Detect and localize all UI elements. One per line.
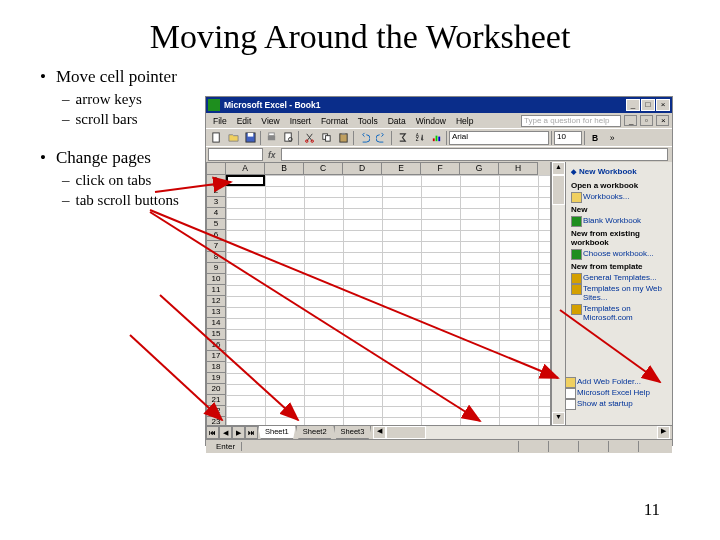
bold-button[interactable]: B [587,130,603,145]
scroll-right-button[interactable]: ▶ [657,426,670,439]
minimize-button[interactable]: _ [626,99,640,111]
menu-view[interactable]: View [257,116,283,126]
row-header[interactable]: 14 [206,318,226,329]
menu-insert[interactable]: Insert [286,116,315,126]
sort-asc-button[interactable]: AZ [411,130,427,145]
help-search-input[interactable]: Type a question for help [521,115,621,127]
general-templates-link[interactable]: General Templates... [569,272,669,283]
menu-format[interactable]: Format [317,116,352,126]
row-header[interactable]: 22 [206,406,226,417]
print-button[interactable] [263,130,279,145]
doc-restore-button[interactable]: ▫ [640,115,653,126]
maximize-button[interactable]: □ [641,99,655,111]
row-header[interactable]: 1 [206,175,226,186]
formula-input[interactable] [281,148,668,161]
save-button[interactable] [242,130,258,145]
worksheet-grid[interactable]: A B C D E F G H 1 2 3 4 5 6 7 8 [206,162,551,425]
add-web-folder-link[interactable]: Add Web Folder... [563,376,668,387]
row-header[interactable]: 21 [206,395,226,406]
row-header[interactable]: 2 [206,186,226,197]
menu-window[interactable]: Window [412,116,450,126]
menu-help[interactable]: Help [452,116,477,126]
standard-toolbar: AZ Arial 10 B » [206,128,672,146]
sheet-tab-3[interactable]: Sheet3 [334,426,372,439]
row-header[interactable]: 12 [206,296,226,307]
scroll-left-button[interactable]: ◀ [373,426,386,439]
blank-workbook-link[interactable]: Blank Workbook [569,215,669,226]
row-header[interactable]: 23 [206,417,226,425]
row-header[interactable]: 20 [206,384,226,395]
tab-next-button[interactable]: ▶ [232,426,245,439]
excel-help-link[interactable]: Microsoft Excel Help [563,387,668,398]
new-button[interactable] [208,130,224,145]
close-button[interactable]: × [656,99,670,111]
sheet-tab-2[interactable]: Sheet2 [296,426,334,439]
column-header[interactable]: E [382,162,421,175]
bullet-list: Move cell pointer arrow keys scroll bars… [40,66,205,228]
name-box[interactable] [208,148,263,161]
row-header[interactable]: 3 [206,197,226,208]
more-buttons[interactable]: » [604,130,620,145]
column-header[interactable]: A [226,162,265,175]
autosum-button[interactable] [394,130,410,145]
redo-button[interactable] [373,130,389,145]
row-header[interactable]: 6 [206,230,226,241]
paste-button[interactable] [335,130,351,145]
column-header[interactable]: D [343,162,382,175]
scroll-down-button[interactable]: ▼ [552,412,565,425]
column-header[interactable]: G [460,162,499,175]
hscroll-thumb[interactable] [386,426,426,439]
row-header[interactable]: 7 [206,241,226,252]
choose-workbook-link[interactable]: Choose workbook... [569,248,669,259]
row-header[interactable]: 16 [206,340,226,351]
row-header[interactable]: 19 [206,373,226,384]
row-header[interactable]: 10 [206,274,226,285]
row-header[interactable]: 4 [206,208,226,219]
cut-button[interactable] [301,130,317,145]
scroll-up-button[interactable]: ▲ [552,162,565,175]
column-header[interactable]: B [265,162,304,175]
scroll-thumb[interactable] [552,175,565,205]
menu-file[interactable]: File [209,116,231,126]
bullet-move-pointer: Move cell pointer [40,66,205,88]
tab-last-button[interactable]: ⏭ [245,426,258,439]
undo-button[interactable] [356,130,372,145]
row-header[interactable]: 8 [206,252,226,263]
open-section-label: Open a workbook [569,178,669,191]
row-header[interactable]: 17 [206,351,226,362]
menu-data[interactable]: Data [384,116,410,126]
column-header[interactable]: F [421,162,460,175]
sheet-tab-1[interactable]: Sheet1 [258,426,296,439]
doc-close-button[interactable]: × [656,115,669,126]
fx-icon[interactable]: fx [265,150,279,160]
column-header[interactable]: C [304,162,343,175]
tab-prev-button[interactable]: ◀ [219,426,232,439]
row-header[interactable]: 11 [206,285,226,296]
font-select[interactable]: Arial [449,131,549,145]
excel-app-icon [208,99,220,111]
row-header[interactable]: 15 [206,329,226,340]
font-size-select[interactable]: 10 [554,131,582,145]
column-header[interactable]: H [499,162,538,175]
row-header[interactable]: 13 [206,307,226,318]
web-templates-link[interactable]: Templates on my Web Sites... [569,283,669,303]
select-all-corner[interactable] [206,162,226,175]
svg-rect-12 [341,133,345,135]
tab-first-button[interactable]: ⏮ [206,426,219,439]
open-workbooks-link[interactable]: Workbooks... [569,191,669,202]
menu-edit[interactable]: Edit [233,116,256,126]
svg-rect-5 [284,133,290,141]
row-header[interactable]: 18 [206,362,226,373]
open-button[interactable] [225,130,241,145]
doc-minimize-button[interactable]: _ [624,115,637,126]
row-header[interactable]: 5 [206,219,226,230]
chart-button[interactable] [428,130,444,145]
copy-button[interactable] [318,130,334,145]
horizontal-scrollbar[interactable]: ◀ ▶ [373,426,670,439]
tab-scroll-buttons: ⏮ ◀ ▶ ⏭ [206,426,258,439]
preview-button[interactable] [280,130,296,145]
row-header[interactable]: 9 [206,263,226,274]
menu-tools[interactable]: Tools [354,116,382,126]
show-startup-checkbox[interactable]: Show at startup [563,398,668,409]
ms-templates-link[interactable]: Templates on Microsoft.com [569,303,669,323]
